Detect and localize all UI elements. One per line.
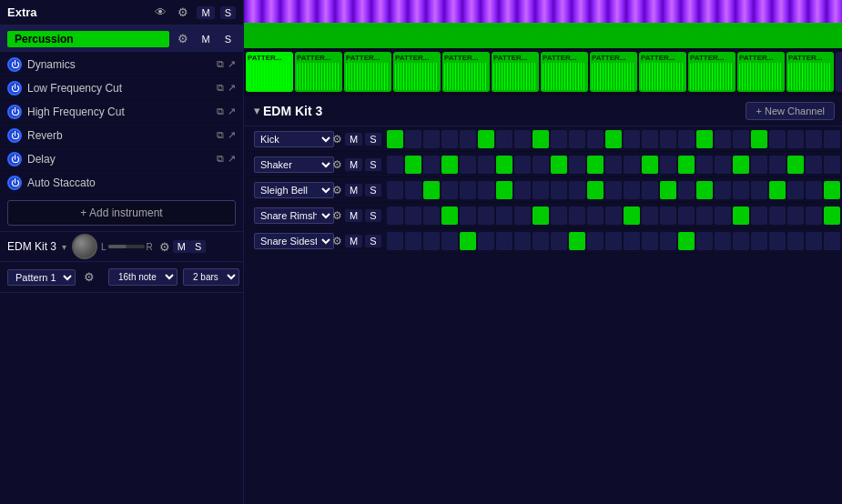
pattern-block[interactable]: PATTER... — [639, 52, 686, 92]
chart-icon[interactable]: ↗ — [228, 82, 236, 94]
pattern-block[interactable]: PATTER... — [246, 52, 293, 92]
beat-cell[interactable] — [751, 207, 767, 225]
beat-cell[interactable] — [387, 232, 403, 250]
beat-cell[interactable] — [660, 181, 676, 199]
beat-cell[interactable] — [660, 232, 676, 250]
seq-instrument-select[interactable]: Snare Sidestick — [254, 233, 334, 249]
beat-cell[interactable] — [787, 207, 804, 225]
beat-cell[interactable] — [478, 232, 494, 250]
kit-gear-icon[interactable]: ⚙ — [157, 239, 173, 255]
seq-gear-icon[interactable]: ⚙ — [332, 209, 342, 222]
beat-cell[interactable] — [751, 232, 767, 250]
beat-cell[interactable] — [405, 156, 421, 174]
beat-cell[interactable] — [806, 207, 822, 225]
beat-cell[interactable] — [624, 232, 640, 250]
beat-cell[interactable] — [587, 181, 604, 199]
beat-cell[interactable] — [533, 232, 549, 250]
beat-cell[interactable] — [605, 207, 622, 225]
beat-cell[interactable] — [642, 130, 658, 148]
beat-cell[interactable] — [824, 181, 840, 199]
power-button[interactable]: ⏻ — [7, 57, 22, 72]
seq-m-button[interactable]: M — [345, 235, 362, 247]
beat-cell[interactable] — [569, 156, 585, 174]
beat-cell[interactable] — [660, 156, 676, 174]
beat-cell[interactable] — [787, 181, 804, 199]
pattern-block[interactable]: PATTER... — [393, 52, 441, 92]
beat-cell[interactable] — [696, 156, 713, 174]
beat-cell[interactable] — [733, 181, 749, 199]
beat-cell[interactable] — [733, 130, 749, 148]
pattern-block[interactable]: PATTER... — [344, 52, 391, 92]
percussion-label[interactable]: Percussion — [7, 31, 169, 47]
beat-cell[interactable] — [496, 232, 512, 250]
beat-cell[interactable] — [569, 130, 585, 148]
beat-cell[interactable] — [423, 181, 440, 199]
beat-cell[interactable] — [533, 156, 549, 174]
beat-cell[interactable] — [751, 181, 767, 199]
seq-instrument-select[interactable]: Snare Rimshot — [254, 207, 334, 224]
beat-cell[interactable] — [769, 130, 786, 148]
beat-cell[interactable] — [441, 156, 458, 174]
beat-cell[interactable] — [642, 207, 658, 225]
beat-cell[interactable] — [806, 156, 822, 174]
beat-cell[interactable] — [514, 232, 531, 250]
power-button[interactable]: ⏻ — [7, 81, 22, 96]
collapse-icon[interactable]: ▾ — [251, 103, 263, 118]
seq-s-button[interactable]: S — [365, 235, 380, 247]
beat-cell[interactable] — [769, 156, 786, 174]
beat-cell[interactable] — [460, 181, 476, 199]
beat-cell[interactable] — [660, 207, 676, 225]
copy-icon[interactable]: ⧉ — [217, 153, 224, 165]
copy-icon[interactable]: ⧉ — [217, 129, 224, 141]
beat-cell[interactable] — [605, 156, 622, 174]
power-button[interactable]: ⏻ — [7, 105, 22, 119]
beat-cell[interactable] — [642, 232, 658, 250]
power-button[interactable]: ⏻ — [7, 152, 22, 166]
seq-m-button[interactable]: M — [345, 209, 362, 222]
beat-cell[interactable] — [806, 130, 822, 148]
beat-cell[interactable] — [533, 207, 549, 225]
seq-instrument-select[interactable]: Sleigh Bell — [254, 182, 334, 198]
percussion-m-button[interactable]: M — [197, 33, 214, 45]
beat-cell[interactable] — [824, 130, 840, 148]
beat-cell[interactable] — [806, 181, 822, 199]
copy-icon[interactable]: ⧉ — [217, 58, 224, 70]
beat-cell[interactable] — [387, 130, 403, 148]
pan-slider[interactable] — [108, 245, 145, 248]
beat-cell[interactable] — [642, 156, 658, 174]
beat-cell[interactable] — [387, 156, 403, 174]
beat-cell[interactable] — [696, 207, 713, 225]
beat-cell[interactable] — [605, 232, 622, 250]
beat-cell[interactable] — [824, 207, 840, 225]
beat-cell[interactable] — [751, 156, 767, 174]
beat-cell[interactable] — [478, 207, 494, 225]
gear-icon[interactable]: ⚙ — [175, 5, 191, 20]
power-button[interactable]: ⏻ — [7, 176, 22, 190]
beat-cell[interactable] — [551, 232, 567, 250]
seq-s-button[interactable]: S — [365, 158, 380, 171]
chart-icon[interactable]: ↗ — [228, 129, 236, 141]
beat-cell[interactable] — [478, 130, 494, 148]
beat-cell[interactable] — [678, 156, 695, 174]
beat-cell[interactable] — [806, 232, 822, 250]
pattern-block[interactable]: PATTER... — [590, 52, 637, 92]
percussion-gear-icon[interactable]: ⚙ — [175, 31, 191, 46]
beat-cell[interactable] — [423, 156, 440, 174]
beat-cell[interactable] — [514, 156, 531, 174]
beat-cell[interactable] — [460, 130, 476, 148]
beat-cell[interactable] — [587, 130, 604, 148]
seq-gear-icon[interactable]: ⚙ — [332, 133, 342, 146]
beat-cell[interactable] — [769, 207, 786, 225]
seq-gear-icon[interactable]: ⚙ — [332, 235, 342, 247]
beat-cell[interactable] — [587, 207, 604, 225]
beat-cell[interactable] — [587, 232, 604, 250]
beat-cell[interactable] — [824, 156, 840, 174]
beat-cell[interactable] — [715, 232, 731, 250]
beat-cell[interactable] — [624, 130, 640, 148]
beat-cell[interactable] — [441, 130, 458, 148]
beat-cell[interactable] — [787, 156, 804, 174]
beat-cell[interactable] — [533, 130, 549, 148]
new-channel-button[interactable]: + New Channel — [746, 102, 835, 120]
add-instrument-button[interactable]: + Add instrument — [7, 200, 236, 226]
beat-cell[interactable] — [569, 181, 585, 199]
